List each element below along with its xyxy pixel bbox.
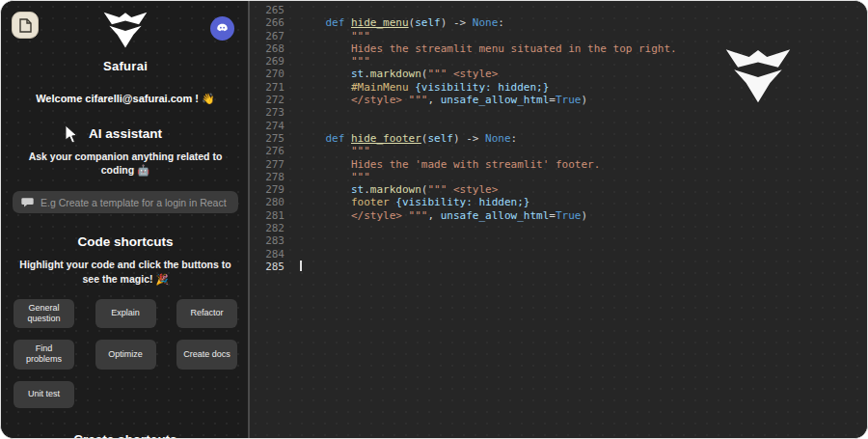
code-text: def hide_menu(self) -> None:: [300, 16, 504, 29]
line-number[interactable]: 279: [256, 183, 285, 196]
code-text: """: [300, 30, 370, 42]
line-number[interactable]: 270: [256, 68, 285, 80]
code-text: """: [300, 55, 370, 68]
code-text: st.markdown(""" <style>: [300, 68, 498, 80]
code-line[interactable]: 279 st.markdown(""" <style>: [256, 183, 867, 196]
line-number[interactable]: 275: [256, 132, 285, 145]
code-line[interactable]: 281 </style> """, unsafe_allow_html=True…: [256, 209, 867, 222]
line-number[interactable]: 272: [256, 94, 285, 106]
line-number[interactable]: 271: [256, 81, 285, 94]
logo-title: Safurai: [1, 59, 250, 73]
code-line[interactable]: 275 def hide_footer(self) -> None:: [256, 132, 867, 145]
line-number[interactable]: 276: [256, 145, 285, 157]
shortcut-button-find-problems[interactable]: Find problems: [14, 340, 74, 370]
app-window: Safurai Welcome cifarelli@safurai.com ! …: [0, 0, 868, 439]
code-text: Hides the streamlit menu situated in the…: [300, 42, 677, 55]
line-number[interactable]: 274: [256, 120, 285, 132]
code-line[interactable]: 277 Hides the 'made with streamlit' foot…: [256, 158, 867, 171]
code-text: Hides the 'made with streamlit' footer.: [300, 158, 600, 171]
code-line[interactable]: 266 def hide_menu(self) -> None:: [256, 16, 867, 29]
code-line[interactable]: 265: [256, 4, 867, 16]
shortcut-button-refactor[interactable]: Refactor: [176, 299, 237, 329]
code-shortcuts-heading: Code shortcuts: [1, 234, 250, 249]
line-number[interactable]: 282: [256, 222, 285, 234]
ai-assistant-subtext: Ask your companion anything related to c…: [1, 150, 250, 177]
code-text: #MainMenu {visibility: hidden;}: [300, 81, 549, 94]
code-line[interactable]: 282: [256, 222, 867, 234]
chat-bubble-icon: [21, 197, 34, 208]
prompt-input-container: [13, 191, 238, 213]
line-number[interactable]: 266: [256, 16, 285, 29]
code-text: """: [300, 145, 370, 157]
code-line[interactable]: 274: [256, 120, 867, 132]
code-line[interactable]: 278 """: [256, 171, 867, 183]
line-number[interactable]: 273: [256, 106, 285, 119]
shortcut-button-general-question[interactable]: General question: [14, 299, 74, 329]
shortcut-button-optimize[interactable]: Optimize: [95, 340, 156, 370]
shortcut-grid: General questionExplainRefactorFind prob…: [14, 299, 237, 408]
safurai-watermark-logo: [720, 47, 796, 116]
line-number[interactable]: 281: [256, 209, 285, 222]
code-text: footer {visibility: hidden;}: [300, 196, 529, 208]
code-text: </style> """, unsafe_allow_html=True): [300, 94, 587, 106]
text-cursor: [300, 261, 302, 271]
code-text: [300, 261, 302, 273]
line-number[interactable]: 278: [256, 171, 285, 183]
discord-icon: [215, 21, 230, 36]
line-number[interactable]: 269: [256, 55, 285, 68]
line-number[interactable]: 265: [256, 4, 285, 16]
shortcut-button-explain[interactable]: Explain: [95, 299, 156, 329]
file-shortcut-button[interactable]: [12, 12, 39, 39]
code-editor[interactable]: 265266 def hide_menu(self) -> None:267 "…: [250, 1, 867, 438]
code-text: </style> """, unsafe_allow_html=True): [300, 209, 587, 222]
shortcut-button-unit-test[interactable]: Unit test: [14, 381, 74, 408]
code-lines: 265266 def hide_menu(self) -> None:267 "…: [256, 4, 867, 273]
code-text: """: [300, 171, 370, 183]
prompt-input[interactable]: [41, 197, 230, 208]
code-shortcuts-subtext: Highlight your code and click the button…: [1, 258, 250, 285]
line-number[interactable]: 268: [256, 42, 285, 55]
welcome-text: Welcome cifarelli@safurai.com ! 👋: [1, 93, 250, 105]
shortcut-button-create-docs[interactable]: Create docs: [176, 340, 237, 370]
line-number[interactable]: 284: [256, 248, 285, 261]
line-number[interactable]: 283: [256, 234, 285, 247]
discord-button[interactable]: [210, 16, 234, 41]
code-line[interactable]: 283: [256, 234, 867, 247]
line-number[interactable]: 285: [256, 261, 285, 273]
code-line[interactable]: 267 """: [256, 30, 867, 42]
code-line[interactable]: 284: [256, 248, 867, 261]
line-number[interactable]: 267: [256, 30, 285, 42]
code-text: def hide_footer(self) -> None:: [300, 132, 517, 145]
code-line[interactable]: 285: [256, 261, 867, 273]
code-line[interactable]: 276 """: [256, 145, 867, 157]
line-number[interactable]: 280: [256, 196, 285, 208]
line-number[interactable]: 277: [256, 158, 285, 171]
ai-assistant-heading: AI assistant: [1, 126, 250, 141]
safurai-sidebar: Safurai Welcome cifarelli@safurai.com ! …: [1, 1, 250, 438]
code-line[interactable]: 280 footer {visibility: hidden;}: [256, 196, 867, 208]
document-icon: [19, 18, 32, 33]
code-text: st.markdown(""" <style>: [300, 183, 498, 196]
create-shortcuts-heading: Create shortcuts: [1, 432, 250, 438]
